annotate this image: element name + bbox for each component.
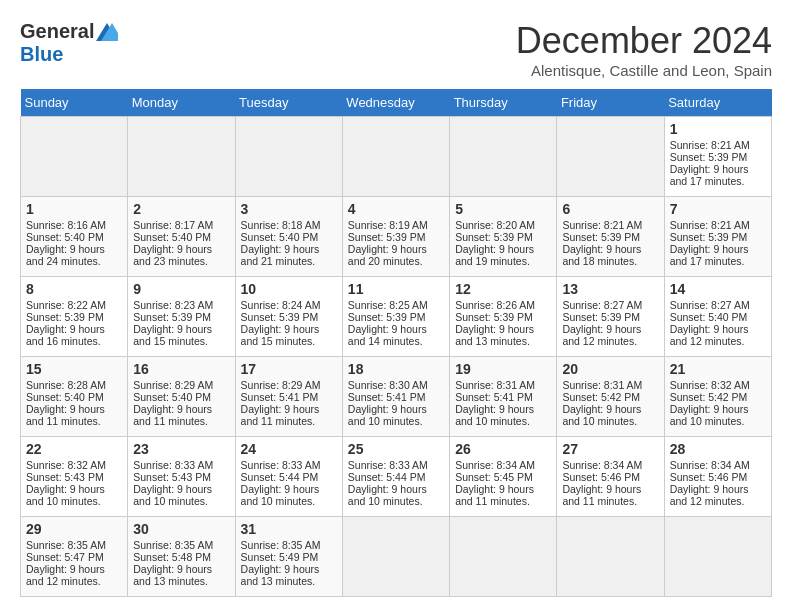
logo-icon [96, 23, 118, 41]
sunrise-text: Sunrise: 8:30 AM [348, 379, 428, 391]
sunrise-text: Sunrise: 8:34 AM [670, 459, 750, 471]
daylight-text: Daylight: 9 hours and 10 minutes. [670, 403, 749, 427]
sunrise-text: Sunrise: 8:33 AM [348, 459, 428, 471]
calendar-cell: 16Sunrise: 8:29 AMSunset: 5:40 PMDayligh… [128, 357, 235, 437]
calendar-cell: 31Sunrise: 8:35 AMSunset: 5:49 PMDayligh… [235, 517, 342, 597]
daylight-text: Daylight: 9 hours and 13 minutes. [241, 563, 320, 587]
daylight-text: Daylight: 9 hours and 15 minutes. [241, 323, 320, 347]
calendar-cell: 15Sunrise: 8:28 AMSunset: 5:40 PMDayligh… [21, 357, 128, 437]
calendar-cell: 14Sunrise: 8:27 AMSunset: 5:40 PMDayligh… [664, 277, 771, 357]
daylight-text: Daylight: 9 hours and 18 minutes. [562, 243, 641, 267]
day-number: 7 [670, 201, 766, 217]
daylight-text: Daylight: 9 hours and 11 minutes. [562, 483, 641, 507]
calendar-cell: 6Sunrise: 8:21 AMSunset: 5:39 PMDaylight… [557, 197, 664, 277]
sunrise-text: Sunrise: 8:26 AM [455, 299, 535, 311]
day-number: 15 [26, 361, 122, 377]
sunset-text: Sunset: 5:39 PM [241, 311, 319, 323]
sunrise-text: Sunrise: 8:20 AM [455, 219, 535, 231]
day-number: 6 [562, 201, 658, 217]
calendar-cell [342, 117, 449, 197]
calendar-cell: 5Sunrise: 8:20 AMSunset: 5:39 PMDaylight… [450, 197, 557, 277]
sunset-text: Sunset: 5:42 PM [562, 391, 640, 403]
daylight-text: Daylight: 9 hours and 10 minutes. [26, 483, 105, 507]
sunrise-text: Sunrise: 8:21 AM [562, 219, 642, 231]
calendar-cell: 19Sunrise: 8:31 AMSunset: 5:41 PMDayligh… [450, 357, 557, 437]
sunrise-text: Sunrise: 8:21 AM [670, 219, 750, 231]
day-number: 18 [348, 361, 444, 377]
calendar-cell: 30Sunrise: 8:35 AMSunset: 5:48 PMDayligh… [128, 517, 235, 597]
day-number: 19 [455, 361, 551, 377]
daylight-text: Daylight: 9 hours and 10 minutes. [455, 403, 534, 427]
day-number: 24 [241, 441, 337, 457]
sunrise-text: Sunrise: 8:24 AM [241, 299, 321, 311]
day-number: 4 [348, 201, 444, 217]
calendar-cell [450, 117, 557, 197]
sunrise-text: Sunrise: 8:34 AM [562, 459, 642, 471]
sunrise-text: Sunrise: 8:33 AM [133, 459, 213, 471]
day-number: 20 [562, 361, 658, 377]
day-number: 1 [26, 201, 122, 217]
daylight-text: Daylight: 9 hours and 10 minutes. [348, 483, 427, 507]
column-header-sunday: Sunday [21, 89, 128, 117]
day-number: 9 [133, 281, 229, 297]
sunrise-text: Sunrise: 8:17 AM [133, 219, 213, 231]
daylight-text: Daylight: 9 hours and 24 minutes. [26, 243, 105, 267]
calendar-cell: 8Sunrise: 8:22 AMSunset: 5:39 PMDaylight… [21, 277, 128, 357]
sunrise-text: Sunrise: 8:21 AM [670, 139, 750, 151]
column-header-monday: Monday [128, 89, 235, 117]
day-number: 16 [133, 361, 229, 377]
calendar-cell: 22Sunrise: 8:32 AMSunset: 5:43 PMDayligh… [21, 437, 128, 517]
sunset-text: Sunset: 5:41 PM [348, 391, 426, 403]
sunrise-text: Sunrise: 8:25 AM [348, 299, 428, 311]
day-number: 5 [455, 201, 551, 217]
sunset-text: Sunset: 5:43 PM [133, 471, 211, 483]
sunrise-text: Sunrise: 8:16 AM [26, 219, 106, 231]
calendar-cell: 1Sunrise: 8:16 AMSunset: 5:40 PMDaylight… [21, 197, 128, 277]
calendar-cell: 28Sunrise: 8:34 AMSunset: 5:46 PMDayligh… [664, 437, 771, 517]
sunrise-text: Sunrise: 8:33 AM [241, 459, 321, 471]
calendar-cell [557, 517, 664, 597]
sunrise-text: Sunrise: 8:31 AM [562, 379, 642, 391]
day-number: 1 [670, 121, 766, 137]
calendar-cell: 21Sunrise: 8:32 AMSunset: 5:42 PMDayligh… [664, 357, 771, 437]
day-number: 25 [348, 441, 444, 457]
calendar-cell [342, 517, 449, 597]
calendar-cell: 11Sunrise: 8:25 AMSunset: 5:39 PMDayligh… [342, 277, 449, 357]
calendar-cell: 7Sunrise: 8:21 AMSunset: 5:39 PMDaylight… [664, 197, 771, 277]
page-header: General Blue December 2024 Alentisque, C… [20, 20, 772, 79]
daylight-text: Daylight: 9 hours and 12 minutes. [670, 323, 749, 347]
day-number: 11 [348, 281, 444, 297]
day-number: 8 [26, 281, 122, 297]
logo-blue: Blue [20, 43, 63, 66]
column-header-saturday: Saturday [664, 89, 771, 117]
day-number: 3 [241, 201, 337, 217]
sunset-text: Sunset: 5:41 PM [241, 391, 319, 403]
sunrise-text: Sunrise: 8:31 AM [455, 379, 535, 391]
day-number: 10 [241, 281, 337, 297]
calendar-cell: 10Sunrise: 8:24 AMSunset: 5:39 PMDayligh… [235, 277, 342, 357]
calendar-cell [450, 517, 557, 597]
sunset-text: Sunset: 5:43 PM [26, 471, 104, 483]
sunset-text: Sunset: 5:46 PM [670, 471, 748, 483]
daylight-text: Daylight: 9 hours and 10 minutes. [133, 483, 212, 507]
day-number: 13 [562, 281, 658, 297]
day-number: 2 [133, 201, 229, 217]
sunrise-text: Sunrise: 8:35 AM [133, 539, 213, 551]
sunset-text: Sunset: 5:44 PM [348, 471, 426, 483]
daylight-text: Daylight: 9 hours and 16 minutes. [26, 323, 105, 347]
day-number: 17 [241, 361, 337, 377]
daylight-text: Daylight: 9 hours and 17 minutes. [670, 163, 749, 187]
logo: General Blue [20, 20, 120, 66]
sunset-text: Sunset: 5:48 PM [133, 551, 211, 563]
calendar-cell: 26Sunrise: 8:34 AMSunset: 5:45 PMDayligh… [450, 437, 557, 517]
sunset-text: Sunset: 5:39 PM [670, 231, 748, 243]
day-number: 23 [133, 441, 229, 457]
sunrise-text: Sunrise: 8:27 AM [562, 299, 642, 311]
sunset-text: Sunset: 5:39 PM [562, 311, 640, 323]
column-header-thursday: Thursday [450, 89, 557, 117]
sunrise-text: Sunrise: 8:32 AM [670, 379, 750, 391]
calendar-cell: 4Sunrise: 8:19 AMSunset: 5:39 PMDaylight… [342, 197, 449, 277]
calendar-cell: 3Sunrise: 8:18 AMSunset: 5:40 PMDaylight… [235, 197, 342, 277]
daylight-text: Daylight: 9 hours and 11 minutes. [455, 483, 534, 507]
sunset-text: Sunset: 5:39 PM [455, 311, 533, 323]
